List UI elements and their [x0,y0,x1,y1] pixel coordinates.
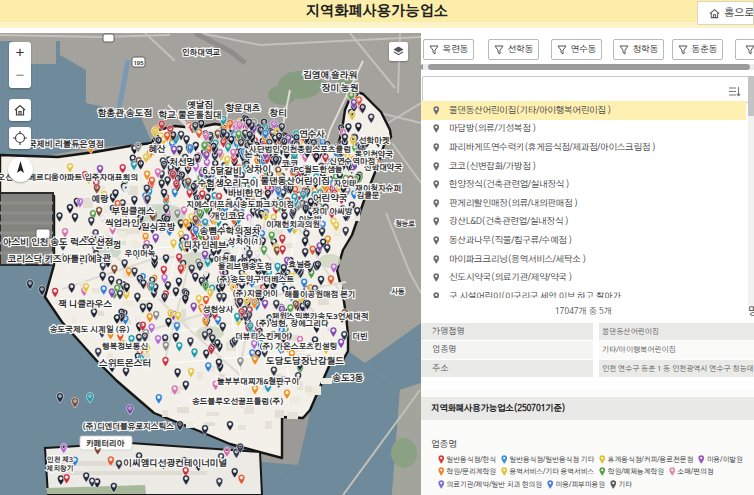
svg-text:행복정보통신: 행복정보통신 [102,342,148,351]
svg-text:씩업라인: 씩업라인 [105,218,140,228]
svg-text:더뷰티스킨케어: 더뷰티스킨케어 [235,332,289,341]
svg-text:(주)성현, 장에그리다: (주)성현, 장에그리다 [255,319,329,328]
svg-text:창티: 창티 [269,108,286,118]
svg-text:물댄동산어린이집: 물댄동산어린이집 [260,176,329,186]
svg-text:코리스닥 키즈아틀리에: 코리스닥 키즈아틀리에 [8,254,97,264]
svg-text:혜산: 혜산 [148,144,166,154]
svg-text:올리브맹송도점: 올리브맹송도점 [217,262,272,271]
svg-text:사단법인 인천종합스포츠클럽: 사단법인 인천종합스포츠클럽 [248,145,351,154]
svg-text:신연수역마점: 신연수역마점 [329,157,375,166]
svg-text:상차이(1): 상차이(1) [227,237,263,246]
svg-text:PC월드한샘들: PC월드한샘들 [294,165,343,174]
svg-text:어린약국: 어린약국 [313,193,348,203]
svg-text:송도국제도 시계일 (유): 송도국제도 시계일 (유) [49,325,130,334]
svg-text:도담도담장난감월드: 도담도담장난감월드 [266,356,344,366]
svg-text:학교 풀은돌침대: 학교 풀은돌침대 [159,110,222,120]
svg-text:(주) 가온스포츠킨설팅: (주) 가온스포츠킨설팅 [259,342,337,351]
svg-text:아스비 인천 송도 럭스오션점: 아스비 인천 송도 럭스오션점 [3,237,113,247]
svg-text:성현상사: 성현상사 [202,305,234,314]
svg-text:송뼘수학의정차: 송뼘수학의정차 [200,226,261,236]
svg-text:늘부부대찌개&철판구이: 늘부부대찌개&철판구이 [216,377,299,386]
svg-text:처선멍: 처선멍 [169,157,195,167]
svg-text:김영애 숄라워: 김영애 숄라워 [303,70,357,80]
svg-text:(주)송도약구 더베스트: (주)송도약구 더베스트 [216,275,295,284]
svg-text:향운대츠: 향운대츠 [226,103,261,113]
svg-text:인하대역교: 인하대역교 [182,48,221,57]
svg-text:더빈: 더빈 [352,332,368,341]
svg-text:함총관 송도점: 함총관 송도점 [98,108,152,118]
svg-text:제치창기: 제치창기 [46,465,74,472]
svg-text:이재헌치과의원: 이재헌치과의원 [266,220,320,229]
svg-text:바비한먼: 바비한먼 [228,188,263,198]
svg-text:카페터리아: 카페터리아 [86,439,125,448]
svg-text:천국제비 리볼듀은영점: 천국제비 리볼듀은영점 [20,139,104,149]
svg-text:장미 농원: 장미 농원 [322,83,359,93]
svg-text:해틀이공원매점 본기: 해틀이공원매점 본기 [284,290,355,299]
svg-text:예랑: 예랑 [91,194,109,204]
svg-text:상차이: 상차이 [245,164,271,174]
svg-text:인천 제3: 인천 제3 [47,456,73,463]
svg-text:송드블루오선골프틀럽(주): 송드블루오선골프틀럽(주) [191,397,284,406]
svg-text:김클문: 김클문 [356,191,379,200]
svg-text:스위트몬스터: 스위트몬스터 [99,358,151,368]
svg-text:옛날집: 옛날집 [187,100,213,110]
svg-text:사동: 사동 [390,288,405,295]
svg-text:개인코요: 개인코요 [211,211,246,221]
svg-text:청능로: 청능로 [395,220,415,227]
svg-text:선학마켓: 선학마켓 [359,136,390,145]
svg-text:(주)지글어이: (주)지글어이 [232,289,278,298]
svg-text:디자인레브: 디자인레브 [183,240,227,250]
svg-text:6.5닭갈비: 6.5닭갈비 [202,166,241,176]
svg-text:지에스더프레시송도파크자이점: 지에스더프레시송도파크자이점 [186,200,294,209]
svg-text:우이머녹: 우이머녹 [124,249,156,258]
svg-text:195: 195 [133,60,144,66]
svg-text:일식공방: 일식공방 [141,222,176,232]
svg-text:효닐증: 효닐증 [287,260,311,269]
svg-text:잭 니클라우스: 잭 니클라우스 [58,299,112,309]
svg-text:자인테: 자인테 [333,179,356,188]
svg-text:송도3동: 송도3동 [333,373,364,383]
svg-text:(주)디엔더블유로지스틱스: (주)디엔더블유로지스틱스 [82,422,174,431]
svg-text:수험생오리구이: 수험생오리구이 [198,178,259,188]
svg-text:이씨앰디선광컨테이너미널: 이씨앰디선광컨테이너미널 [123,458,227,468]
svg-text:부일클래스: 부일클래스 [111,206,155,216]
svg-text:연수사: 연수사 [299,129,325,139]
svg-text:장미 아씨방: 장미 아씨방 [312,207,353,216]
